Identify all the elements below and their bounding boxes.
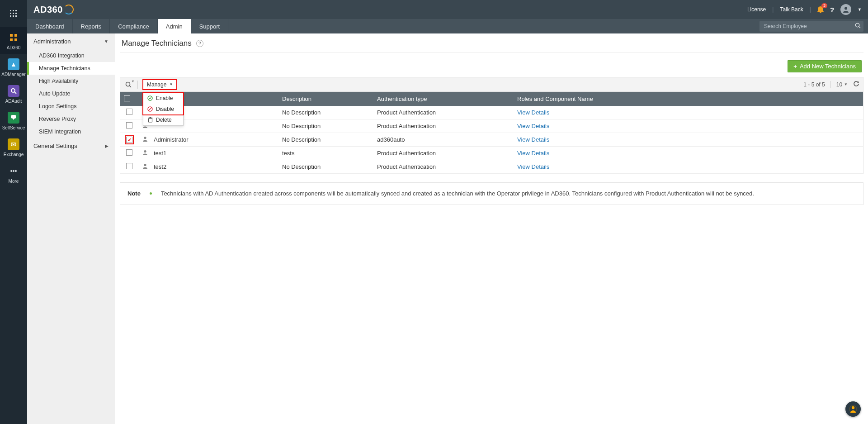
- rail-label: ADAudit: [5, 99, 22, 104]
- rail-label: ADManager: [1, 72, 25, 77]
- table-row: No DescriptionProduct AuthenticationView…: [120, 119, 863, 133]
- tab-support[interactable]: Support: [191, 19, 229, 33]
- table-toolbar: ▾ Manage ▼: [120, 77, 863, 92]
- svg-line-17: [859, 27, 860, 28]
- menu-item-disable[interactable]: Disable: [143, 104, 183, 114]
- add-technician-button[interactable]: + Add New Technicians: [788, 60, 862, 72]
- tab-admin[interactable]: Admin: [158, 19, 191, 33]
- view-details-link[interactable]: View Details: [517, 150, 549, 157]
- rail-item-ad360[interactable]: AD360: [0, 27, 27, 54]
- svg-rect-7: [13, 15, 14, 17]
- row-name[interactable]: test1: [154, 150, 166, 157]
- user-icon: [142, 136, 148, 143]
- row-name[interactable]: Administrator: [154, 136, 189, 143]
- svg-point-15: [844, 7, 847, 10]
- brand[interactable]: AD360: [33, 5, 74, 15]
- top-bar: AD360 License | Talk Back | 3 ? ▼: [27, 0, 868, 19]
- sidebar-item-high-availability[interactable]: High Availability: [27, 75, 115, 87]
- main-column: AD360 License | Talk Back | 3 ? ▼ Dashbo…: [27, 0, 868, 424]
- add-button-label: Add New Technicians: [800, 63, 856, 70]
- row-checkbox[interactable]: [126, 122, 132, 129]
- side-group-administration[interactable]: Administration ▼: [27, 33, 115, 49]
- rail-item-exchange[interactable]: ✉ Exchange: [0, 134, 27, 161]
- view-details-link[interactable]: View Details: [517, 123, 549, 129]
- notifications-button[interactable]: 3: [817, 6, 824, 13]
- per-page-value: 10: [836, 81, 842, 88]
- row-checkbox[interactable]: [126, 137, 132, 143]
- sidebar-item-auto-update[interactable]: Auto Update: [27, 87, 115, 100]
- divider: [830, 81, 831, 88]
- svg-rect-10: [14, 34, 17, 37]
- row-checkbox[interactable]: [126, 163, 132, 169]
- select-all-checkbox[interactable]: [124, 95, 130, 101]
- support-fab[interactable]: [845, 401, 861, 417]
- col-roles[interactable]: Roles and Component Name: [514, 92, 863, 106]
- svg-rect-0: [10, 10, 11, 11]
- user-menu-button[interactable]: [840, 4, 851, 15]
- sidebar-item-logon-settings[interactable]: Logon Settings: [27, 100, 115, 113]
- menu-item-delete[interactable]: Delete: [143, 114, 183, 125]
- sidebar-item-siem-integration[interactable]: SIEM Integration: [27, 125, 115, 138]
- tab-reports[interactable]: Reports: [73, 19, 110, 33]
- svg-line-14: [14, 92, 16, 94]
- apps-waffle-icon[interactable]: [0, 5, 27, 23]
- talk-back-link[interactable]: Talk Back: [780, 6, 803, 13]
- sidebar-item-manage-technicians[interactable]: Manage Technicians: [27, 62, 115, 75]
- tab-compliance[interactable]: Compliance: [110, 19, 158, 33]
- row-checkbox[interactable]: [126, 109, 132, 115]
- rail-item-admanager[interactable]: ▲ ADManager: [0, 54, 27, 81]
- menu-item-enable[interactable]: Enable: [143, 93, 183, 104]
- enable-icon: [147, 95, 153, 101]
- per-page-selector[interactable]: 10 ▼: [836, 81, 848, 88]
- chevron-down-icon[interactable]: ▼: [858, 7, 862, 12]
- page-header: Manage Technicians ?: [120, 33, 863, 53]
- svg-rect-1: [13, 10, 14, 11]
- manage-dropdown-button[interactable]: Manage ▼: [142, 79, 177, 90]
- view-details-link[interactable]: View Details: [517, 109, 549, 116]
- svg-point-30: [144, 164, 146, 166]
- table-search-button[interactable]: ▾: [124, 80, 133, 89]
- row-name[interactable]: test2: [154, 163, 166, 170]
- side-group-general-settings[interactable]: General Settings ▶: [27, 138, 115, 154]
- rail-item-more[interactable]: ••• More: [0, 161, 27, 187]
- top-bar-right: License | Talk Back | 3 ? ▼: [747, 4, 862, 15]
- search-input[interactable]: [764, 23, 855, 29]
- sidebar-item-ad360-integration[interactable]: AD360 Integration: [27, 49, 115, 62]
- row-auth-type: Product Authentication: [373, 106, 514, 119]
- row-auth-type: Product Authentication: [373, 160, 514, 174]
- svg-point-18: [126, 82, 130, 86]
- separator: |: [772, 6, 774, 13]
- col-auth-type[interactable]: Authentication type: [373, 92, 514, 106]
- table-row: No DescriptionProduct AuthenticationView…: [120, 106, 863, 119]
- svg-point-13: [11, 89, 15, 92]
- rail-item-selfservice[interactable]: SelfService: [0, 107, 27, 134]
- view-details-link[interactable]: View Details: [517, 163, 549, 170]
- help-icon[interactable]: ?: [196, 40, 203, 47]
- employee-search[interactable]: [760, 21, 863, 32]
- svg-point-28: [144, 137, 146, 139]
- license-link[interactable]: License: [747, 6, 766, 13]
- support-icon: [849, 405, 857, 413]
- chevron-down-icon: ▼: [844, 82, 848, 86]
- refresh-button[interactable]: [853, 81, 859, 88]
- view-details-link[interactable]: View Details: [517, 136, 549, 143]
- brand-swirl-icon: [64, 5, 74, 14]
- svg-line-19: [130, 86, 132, 87]
- brand-logo: AD360: [33, 5, 74, 15]
- disable-icon: [147, 106, 153, 112]
- row-auth-type: Product Authentication: [373, 147, 514, 160]
- svg-line-22: [149, 107, 152, 110]
- search-icon[interactable]: [855, 23, 861, 30]
- rail-item-adaudit[interactable]: ADAudit: [0, 81, 27, 107]
- tab-dashboard[interactable]: Dashboard: [27, 19, 73, 33]
- side-list-administration: AD360 Integration Manage Technicians Hig…: [27, 49, 115, 138]
- brand-text: AD360: [33, 5, 63, 15]
- help-button[interactable]: ?: [830, 6, 834, 14]
- row-checkbox[interactable]: [126, 149, 132, 156]
- sidebar-item-reverse-proxy[interactable]: Reverse Proxy: [27, 113, 115, 125]
- adaudit-icon: [8, 85, 19, 97]
- svg-rect-23: [148, 119, 152, 122]
- delete-icon: [147, 117, 153, 123]
- more-icon: •••: [8, 165, 19, 177]
- col-description[interactable]: Description: [278, 92, 373, 106]
